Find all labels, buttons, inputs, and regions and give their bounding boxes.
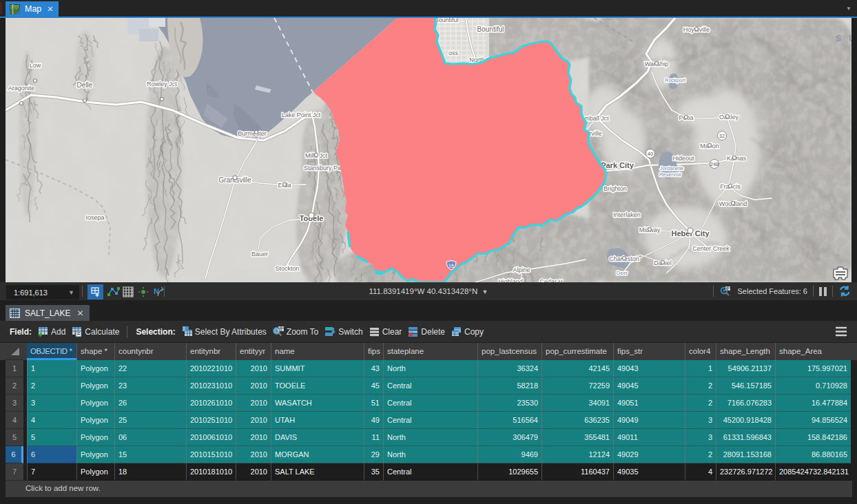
svg-text:Iosepa: Iosepa bbox=[85, 214, 104, 221]
svg-text:Jordanelle: Jordanelle bbox=[660, 165, 684, 171]
svg-text:40: 40 bbox=[648, 151, 653, 157]
svg-text:Interlaken: Interlaken bbox=[613, 211, 641, 218]
svg-text:Bountiful: Bountiful bbox=[434, 18, 458, 23]
svg-text:Deer: Deer bbox=[617, 270, 628, 276]
svg-text:Aragonite: Aragonite bbox=[8, 85, 35, 92]
svg-text:15: 15 bbox=[448, 264, 454, 269]
svg-text:32: 32 bbox=[719, 133, 725, 139]
svg-text:Center Creek: Center Creek bbox=[692, 245, 730, 252]
svg-text:oss: oss bbox=[448, 50, 459, 56]
svg-text:Low: Low bbox=[30, 62, 41, 69]
svg-text:Rowley Jct: Rowley Jct bbox=[147, 81, 177, 87]
svg-text:Alpine: Alpine bbox=[513, 266, 530, 273]
svg-text:Bauer: Bauer bbox=[251, 251, 268, 258]
svg-text:Lake Point Jct: Lake Point Jct bbox=[282, 112, 321, 118]
svg-text:Kamas: Kamas bbox=[727, 155, 747, 162]
svg-text:Stansbury Pa: Stansbury Pa bbox=[304, 165, 341, 171]
svg-text:Reservoir: Reservoir bbox=[659, 171, 682, 178]
svg-text:Bountiful: Bountiful bbox=[477, 25, 504, 33]
svg-text:Rockport: Rockport bbox=[665, 77, 686, 83]
svg-text:Park City: Park City bbox=[601, 161, 634, 169]
svg-text:Delle: Delle bbox=[77, 81, 93, 89]
svg-text:S U: S U bbox=[836, 34, 851, 43]
svg-text:mball Jct: mball Jct bbox=[584, 115, 609, 122]
svg-text:Stockton: Stockton bbox=[275, 265, 299, 272]
svg-text:248: 248 bbox=[710, 161, 719, 167]
svg-text:Hideout: Hideout bbox=[672, 155, 694, 162]
svg-text:Brighton: Brighton bbox=[603, 185, 627, 192]
svg-text:Burmester: Burmester bbox=[238, 130, 267, 137]
